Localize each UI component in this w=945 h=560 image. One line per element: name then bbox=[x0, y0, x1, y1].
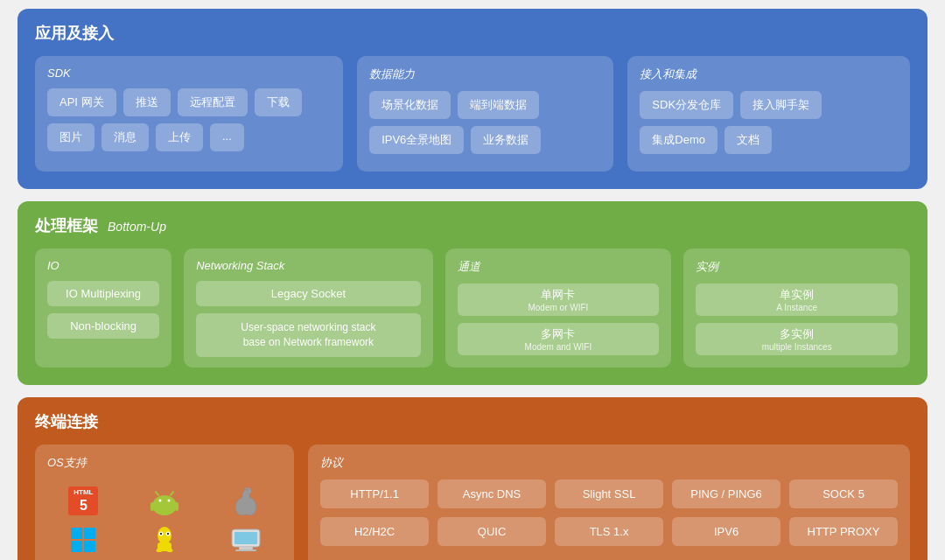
sdk-label: SDK bbox=[47, 66, 331, 80]
chip-legacy-socket: Legacy Socket bbox=[196, 281, 420, 306]
chip-scaffold: 接入脚手架 bbox=[740, 91, 822, 119]
chip-image: 图片 bbox=[47, 123, 94, 151]
data-row1: 场景化数据 端到端数据 bbox=[369, 91, 601, 119]
chip-io-multiplex: IO Multiplexing bbox=[47, 281, 159, 306]
terminal-section-title: 终端连接 bbox=[35, 411, 910, 432]
svg-rect-29 bbox=[235, 550, 256, 551]
data-label: 数据能力 bbox=[369, 66, 601, 82]
chip-e2e-data: 端到端数据 bbox=[458, 91, 539, 119]
instance-box: 实例 单实例 A Instance 多实例 multiple Instances bbox=[683, 248, 910, 368]
svg-rect-12 bbox=[71, 528, 82, 539]
svg-rect-8 bbox=[175, 502, 178, 511]
instance-label: 实例 bbox=[696, 259, 898, 275]
chip-docs: 文档 bbox=[724, 126, 772, 154]
chip-single-nic: 单网卡 Modem or WIFI bbox=[458, 284, 660, 316]
svg-rect-9 bbox=[161, 511, 164, 515]
os-support-box: OS支持 HTML 5 bbox=[35, 444, 294, 560]
os-icons-grid: HTML 5 bbox=[47, 480, 282, 560]
svg-rect-15 bbox=[84, 541, 95, 552]
sdk-box: SDK API 网关 推送 远程配置 下载 图片 消息 上传 ... bbox=[35, 56, 343, 172]
protocol-box: 协议 HTTP/1.1 Async DNS Slight SSL PING / … bbox=[308, 444, 910, 560]
integration-row1: SDK分发仓库 接入脚手架 bbox=[640, 91, 898, 119]
channel-box: 通道 单网卡 Modem or WIFI 多网卡 Modem and WIFI bbox=[445, 248, 672, 368]
app-section-title: 应用及接入 bbox=[35, 23, 910, 44]
svg-point-11 bbox=[248, 488, 251, 494]
chip-quic: QUIC bbox=[438, 517, 546, 546]
chip-multi-instance: 多实例 multiple Instances bbox=[696, 323, 898, 355]
chip-tls: TLS 1.x bbox=[555, 517, 663, 546]
chip-ping: PING / PING6 bbox=[672, 480, 780, 508]
protocol-row1: HTTP/1.1 Async DNS Slight SSL PING / PIN… bbox=[320, 480, 898, 508]
svg-rect-7 bbox=[150, 502, 154, 511]
chip-biz-data: 业务数据 bbox=[471, 126, 541, 154]
integration-box: 接入和集成 SDK分发仓库 接入脚手架 集成Demo 文档 bbox=[627, 56, 910, 172]
integration-row2: 集成Demo 文档 bbox=[640, 126, 898, 154]
chip-h2: H2/H2C bbox=[320, 517, 429, 546]
chip-ipv6: IPV6 bbox=[672, 517, 780, 546]
chip-non-blocking: Non-blocking bbox=[47, 313, 159, 339]
networking-stack-box: Networking Stack Legacy Socket User-spac… bbox=[184, 248, 432, 368]
chip-message: 消息 bbox=[102, 123, 149, 151]
html5-icon: HTML 5 bbox=[68, 486, 98, 515]
chip-http-proxy: HTTP PROXY bbox=[789, 517, 898, 546]
sdk-row2: 图片 消息 上传 ... bbox=[47, 123, 331, 151]
chip-multi-nic: 多网卡 Modem and WIFI bbox=[458, 323, 660, 355]
chip-push: 推送 bbox=[123, 88, 171, 116]
process-section: 处理框架 Bottom-Up IO IO Multiplexing Non-bl… bbox=[18, 201, 928, 385]
process-section-title: 处理框架 Bottom-Up bbox=[35, 215, 910, 236]
chip-ipv6-map: IPV6全景地图 bbox=[369, 126, 464, 154]
data-row2: IPV6全景地图 业务数据 bbox=[369, 126, 601, 154]
chip-demo: 集成Demo bbox=[640, 126, 718, 154]
os-label: OS支持 bbox=[47, 455, 282, 471]
chip-api: API 网关 bbox=[47, 88, 116, 116]
chip-http11: HTTP/1.1 bbox=[320, 480, 429, 508]
svg-rect-27 bbox=[234, 532, 257, 544]
svg-rect-28 bbox=[239, 547, 253, 550]
chip-sock5: SOCK 5 bbox=[789, 480, 898, 508]
process-subtitle: Bottom-Up bbox=[108, 220, 166, 234]
network-label: Networking Stack bbox=[196, 259, 420, 272]
mac-icon bbox=[230, 528, 262, 552]
svg-point-23 bbox=[157, 549, 163, 552]
svg-line-5 bbox=[156, 492, 158, 495]
terminal-section: 终端连接 OS支持 HTML 5 bbox=[18, 397, 928, 560]
data-capability-box: 数据能力 场景化数据 端到端数据 IPV6全景地图 业务数据 bbox=[357, 56, 613, 172]
android-icon bbox=[150, 486, 179, 516]
chip-more: ... bbox=[210, 123, 244, 151]
windows-icon bbox=[69, 526, 97, 554]
chip-upload: 上传 bbox=[156, 123, 203, 151]
chip-sdk-repo: SDK分发仓库 bbox=[640, 91, 733, 119]
io-box: IO IO Multiplexing Non-blocking bbox=[35, 248, 172, 368]
chip-slight-ssl: Slight SSL bbox=[555, 480, 663, 508]
svg-point-4 bbox=[168, 499, 171, 501]
chip-download: 下载 bbox=[255, 88, 302, 116]
svg-rect-13 bbox=[84, 528, 95, 539]
svg-line-6 bbox=[171, 492, 173, 495]
svg-point-24 bbox=[167, 549, 173, 552]
diagram-container: 应用及接入 SDK API 网关 推送 远程配置 下载 图片 消息 上传 ... bbox=[18, 9, 928, 560]
io-label: IO bbox=[47, 259, 159, 272]
chip-remote-config: 远程配置 bbox=[178, 88, 248, 116]
chip-async-dns: Async DNS bbox=[438, 480, 546, 508]
channel-label: 通道 bbox=[458, 259, 660, 275]
protocol-row2: H2/H2C QUIC TLS 1.x IPV6 HTTP PROXY bbox=[320, 517, 898, 546]
sdk-row1: API 网关 推送 远程配置 下载 bbox=[47, 88, 331, 116]
apple-icon bbox=[233, 486, 259, 516]
app-section: 应用及接入 SDK API 网关 推送 远程配置 下载 图片 消息 上传 ... bbox=[18, 9, 928, 189]
svg-rect-14 bbox=[71, 541, 82, 552]
svg-rect-10 bbox=[164, 511, 168, 515]
svg-point-20 bbox=[167, 532, 169, 534]
svg-point-3 bbox=[159, 499, 162, 501]
chip-scene-data: 场景化数据 bbox=[369, 91, 451, 119]
svg-rect-2 bbox=[153, 500, 176, 511]
linux-icon bbox=[150, 525, 178, 555]
chip-userspace-network: User-space networking stackbase on Netwo… bbox=[196, 313, 420, 357]
chip-single-instance: 单实例 A Instance bbox=[696, 284, 898, 316]
protocol-label: 协议 bbox=[320, 455, 898, 471]
integration-label: 接入和集成 bbox=[640, 66, 898, 82]
svg-point-19 bbox=[160, 532, 162, 534]
